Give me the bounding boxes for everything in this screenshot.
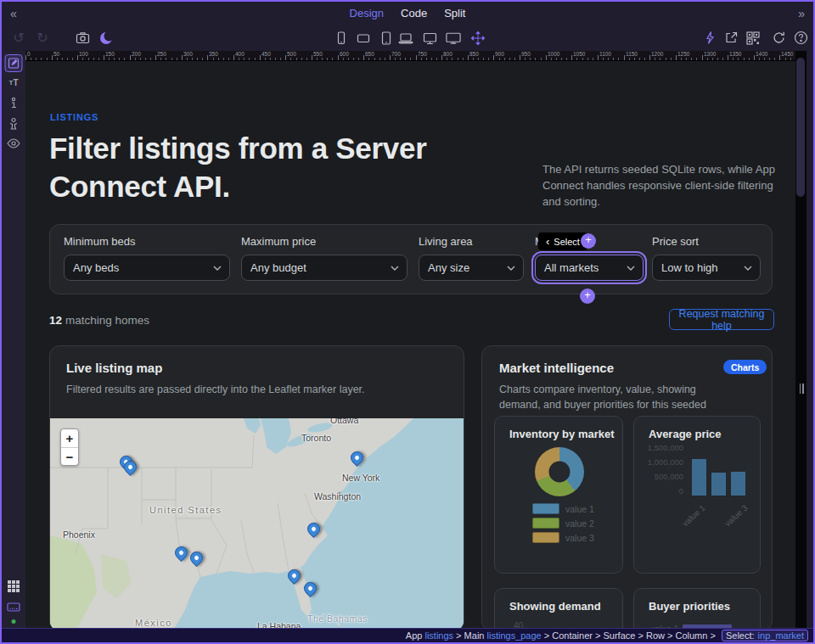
add-element-button-top[interactable]: + (581, 233, 596, 249)
bar-chart (692, 452, 753, 496)
map-zoom-control: + − (60, 428, 79, 466)
map-basemap (50, 418, 464, 631)
x-axis-tick: value 3 (722, 503, 749, 529)
filter-minimum-beds: Minimum beds Any beds (64, 235, 230, 281)
status-dot (12, 619, 16, 624)
x-axis-tick: value 1 (680, 503, 706, 529)
tab-code[interactable]: Code (401, 7, 427, 20)
add-element-button-bottom[interactable]: + (580, 288, 595, 304)
grid-icon[interactable] (8, 580, 20, 592)
map-card-title: Live listing map (66, 361, 162, 375)
buyer-priorities-chart-card: Buyer priorities value 1 (633, 588, 761, 631)
laptop-icon[interactable] (397, 30, 414, 47)
breadcrumb-selected[interactable]: Select: inp_market (722, 630, 808, 641)
y-axis-tick: 500,000 (639, 472, 683, 481)
page-description: The API returns seeded SQLite rows, whil… (542, 161, 776, 210)
filter-maximum-price: Maximum price Any budget (241, 235, 408, 281)
donut-chart (535, 447, 584, 496)
qr-grid-icon[interactable] (745, 30, 762, 47)
typography-icon[interactable]: TT (9, 78, 19, 87)
view-mode-tabs: Design Code Split (2, 2, 813, 25)
bolt-icon[interactable] (701, 30, 718, 47)
collapse-right-panel-icon[interactable]: » (790, 7, 813, 20)
leaflet-map[interactable]: Ottawa Toronto New York Washington Unite… (50, 418, 464, 631)
scroll-strip (795, 51, 807, 628)
average-price-chart-card: Average price 1,500,000 1,000,000 500,00… (633, 416, 761, 574)
legend-item: value 3 (532, 532, 594, 543)
filter-label: Minimum beds (64, 235, 230, 248)
donut-hole (549, 462, 570, 483)
map-label: Toronto (301, 433, 331, 443)
console-icon[interactable] (7, 602, 20, 612)
collapse-left-panel-icon[interactable]: « (2, 7, 25, 20)
phone-portrait-icon[interactable] (333, 30, 350, 47)
bar (731, 472, 745, 496)
phone-landscape-icon[interactable] (355, 30, 372, 47)
filter-living-area: Living area Any size (419, 235, 524, 281)
chart-title: Inventory by market (509, 428, 615, 440)
person-icon[interactable] (8, 117, 20, 130)
move-icon[interactable] (469, 30, 486, 47)
filter-label: Price sort (652, 235, 761, 248)
desktop-icon[interactable] (421, 30, 438, 47)
intel-card-title: Market intelligence (499, 361, 614, 375)
help-icon[interactable] (792, 30, 809, 47)
map-label: Ottawa (330, 418, 358, 425)
tab-design[interactable]: Design (350, 7, 384, 20)
app-window: « Design Code Split » ↺ ↻ (0, 0, 815, 644)
request-matching-help-button[interactable]: Request matching help (669, 309, 774, 330)
living-area-select[interactable]: Any size (419, 255, 524, 281)
showing-demand-chart-card: Showing demand 40 (494, 588, 623, 631)
maximum-price-select[interactable]: Any budget (241, 255, 408, 281)
toolbar: ↺ ↻ (2, 25, 813, 51)
ruler: 0501001502002503003504004505005506006507… (25, 51, 806, 61)
map-label: United States (149, 505, 222, 515)
eye-icon[interactable] (7, 138, 20, 148)
design-canvas: LISTINGS Filter listings from a Server C… (25, 61, 795, 631)
filter-label: Maximum price (241, 235, 408, 248)
legend-swatch (532, 503, 559, 514)
moon-icon[interactable] (98, 30, 115, 47)
live-listing-map-card: Live listing map Filtered results are pa… (49, 345, 464, 631)
bar (692, 459, 706, 496)
panel-resize-handle[interactable] (798, 384, 805, 394)
tab-split[interactable]: Split (444, 7, 465, 20)
price-sort-select[interactable]: Low to high (652, 255, 761, 281)
info-icon[interactable] (8, 97, 19, 109)
y-axis-tick: 1,000,000 (639, 457, 683, 467)
legend-item: value 1 (532, 503, 594, 514)
results-count: 12matching homes (49, 314, 149, 327)
filter-price-sort: Price sort Low to high (652, 235, 761, 281)
redo-icon[interactable]: ↻ (34, 30, 51, 47)
map-zoom-out-button[interactable]: − (61, 447, 78, 465)
chevron-down-icon (507, 266, 515, 271)
chevron-down-icon (213, 266, 222, 271)
titlebar: « Design Code Split » (2, 2, 813, 25)
refresh-icon[interactable] (770, 30, 787, 47)
chart-title: Showing demand (509, 600, 601, 613)
breadcrumb: App listings > Main listings_page > Cont… (406, 630, 718, 641)
y-axis-tick: 0 (639, 486, 683, 496)
share-icon[interactable] (722, 30, 739, 47)
market-select[interactable]: All markets (535, 255, 644, 281)
page-title: Filter listings from a Server Connect AP… (49, 129, 508, 205)
edit-icon[interactable] (5, 54, 23, 72)
legend-swatch (532, 518, 559, 529)
y-axis-tick: 1,500,000 (639, 443, 683, 452)
left-sidebar: TT (2, 51, 25, 628)
eyebrow-label: LISTINGS (50, 112, 98, 122)
chevron-left-icon (546, 235, 549, 248)
chevron-down-icon (391, 266, 399, 271)
tablet-icon[interactable] (378, 30, 395, 47)
map-card-subtitle: Filtered results are passed directly int… (66, 382, 365, 397)
map-zoom-in-button[interactable]: + (61, 429, 78, 447)
legend-swatch (532, 532, 559, 543)
chevron-down-icon (744, 266, 752, 271)
undo-icon[interactable]: ↺ (10, 30, 27, 47)
camera-icon[interactable] (74, 30, 91, 47)
map-label: Phoenix (63, 529, 95, 540)
minimum-beds-select[interactable]: Any beds (64, 255, 230, 281)
chart-title: Average price (649, 428, 722, 440)
large-desktop-icon[interactable] (445, 30, 462, 47)
vertical-scrollbar[interactable] (796, 58, 805, 197)
